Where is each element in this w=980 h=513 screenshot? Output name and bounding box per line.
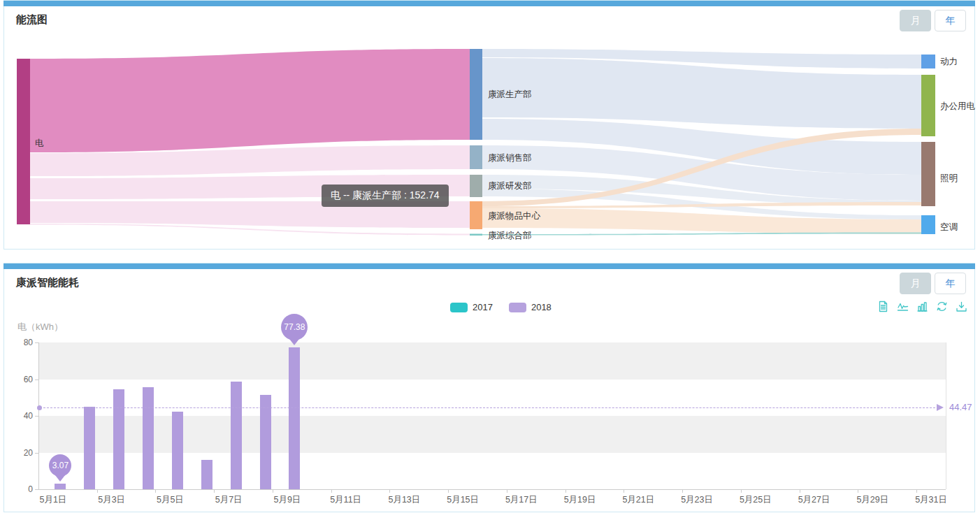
- sankey-label-xiaoshoubu: 康派销售部: [488, 153, 532, 163]
- sankey-link-dian-shengchanbu[interactable]: [30, 49, 470, 152]
- refresh-icon[interactable]: [936, 301, 948, 312]
- bar-2018[interactable]: [113, 389, 124, 489]
- bar-2018[interactable]: [260, 395, 271, 489]
- sankey-label-shengchanbu: 康派生产部: [488, 89, 532, 99]
- sankey-link-zonghebu-kongtiao[interactable]: [482, 233, 921, 236]
- bar-chart-icon[interactable]: [916, 301, 928, 312]
- year-toggle-button[interactable]: 年: [935, 273, 966, 294]
- bar-2018[interactable]: [84, 407, 95, 489]
- sankey-label-yanfabu: 康派研发部: [488, 181, 532, 191]
- sankey-tooltip: 电 -- 康派生产部 : 152.74: [322, 185, 449, 207]
- download-icon[interactable]: [956, 301, 967, 312]
- bar-2018[interactable]: [289, 347, 300, 489]
- panel-accent-bar: [3, 263, 975, 269]
- chart-toolbox: [877, 301, 967, 312]
- sankey-node-bangongyongdian[interactable]: [921, 75, 935, 136]
- legend-swatch-2018: [509, 303, 526, 312]
- sankey-label-kongtiao: 空调: [940, 222, 958, 232]
- sankey-node-wupinzhongxin[interactable]: [470, 201, 482, 229]
- y-axis-name: 电（kWh）: [17, 321, 63, 333]
- bar-2018[interactable]: [201, 460, 212, 489]
- legend-label-2017: 2017: [473, 302, 493, 312]
- sankey-diagram: 电 康派生产部 康派销售部 康派研发部 康派物品中心 康派综合部 动力 办公用电…: [0, 0, 980, 252]
- sankey-node-yanfabu[interactable]: [470, 175, 482, 197]
- sankey-node-zonghebu[interactable]: [470, 234, 482, 236]
- energy-consumption-title: 康派智能能耗: [16, 276, 79, 289]
- sankey-link-wupinzhongxin-kongtiao[interactable]: [482, 208, 921, 234]
- bar-2018[interactable]: [231, 382, 242, 489]
- sankey-label-zhaoming: 照明: [940, 173, 958, 183]
- month-toggle-button[interactable]: 月: [900, 273, 931, 294]
- legend-label-2018: 2018: [531, 302, 552, 312]
- period-toggle: 月 年: [900, 273, 966, 294]
- sankey-node-xiaoshoubu[interactable]: [470, 145, 482, 169]
- sankey-node-zhaoming[interactable]: [921, 142, 935, 206]
- sankey-label-zonghebu: 康派综合部: [488, 231, 532, 240]
- bar-2018[interactable]: [55, 484, 66, 489]
- bar-2018[interactable]: [172, 412, 183, 489]
- legend-item-2018[interactable]: 2018: [509, 302, 563, 312]
- sankey-label-dongli: 动力: [940, 57, 958, 66]
- sankey-node-shengchanbu[interactable]: [470, 49, 482, 140]
- data-view-icon[interactable]: [877, 301, 889, 312]
- chart-legend: 2017 2018: [450, 302, 563, 312]
- sankey-link-shengchanbu-bangongyongdian[interactable]: [482, 58, 921, 129]
- line-chart-icon[interactable]: [897, 301, 909, 312]
- sankey-label-wupinzhongxin: 康派物品中心: [488, 211, 541, 221]
- bar-2018[interactable]: [143, 387, 154, 489]
- sankey-node-kongtiao[interactable]: [921, 215, 935, 234]
- sankey-label-bangongyongdian: 办公用电: [940, 101, 976, 111]
- sankey-node-dian[interactable]: [17, 59, 30, 224]
- legend-item-2017[interactable]: 2017: [450, 302, 504, 312]
- sankey-node-dongli[interactable]: [921, 55, 935, 68]
- legend-swatch-2017: [450, 303, 468, 312]
- sankey-label-dian: 电: [35, 138, 44, 148]
